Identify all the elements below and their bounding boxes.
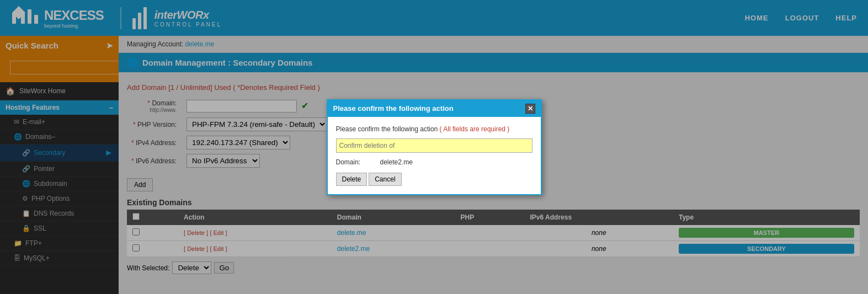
modal-overlay: Please confirm the following action ✕ Pl… bbox=[0, 0, 868, 294]
modal-buttons: Delete Cancel bbox=[336, 173, 532, 186]
modal-cancel-button[interactable]: Cancel bbox=[369, 173, 401, 186]
confirm-modal: Please confirm the following action ✕ Pl… bbox=[327, 99, 542, 195]
modal-confirm-main: Please confirm the following action bbox=[336, 125, 438, 133]
modal-domain-label: Domain: bbox=[336, 158, 380, 166]
modal-close-button[interactable]: ✕ bbox=[525, 104, 535, 114]
modal-delete-button[interactable]: Delete bbox=[336, 173, 368, 186]
modal-domain-value: delete2.me bbox=[380, 158, 413, 166]
modal-close-icon: ✕ bbox=[528, 105, 533, 113]
modal-title: Please confirm the following action bbox=[333, 104, 454, 113]
modal-required-note: ( All fields are required ) bbox=[440, 125, 510, 133]
modal-domain-field: Domain: delete2.me bbox=[336, 158, 532, 166]
modal-confirm-text: Please confirm the following action ( Al… bbox=[336, 125, 532, 133]
modal-header: Please confirm the following action ✕ bbox=[328, 100, 541, 117]
modal-body: Please confirm the following action ( Al… bbox=[328, 117, 541, 194]
modal-confirm-input[interactable] bbox=[336, 138, 532, 153]
